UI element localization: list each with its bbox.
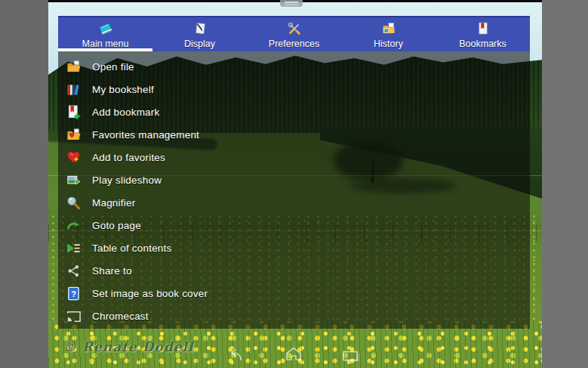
favorites-folder-icon — [65, 126, 82, 144]
recents-icon[interactable] — [341, 350, 361, 365]
statusbar-pull-handle-icon[interactable] — [280, 0, 303, 7]
menu-item-my-bookshelf[interactable]: My bookshelf — [58, 79, 530, 101]
tab-bookmarks[interactable]: Bookmarks — [436, 17, 530, 51]
toc-icon — [65, 240, 82, 257]
menu-item-label: Play slideshow — [92, 175, 162, 186]
screen: Main menu Display — [0, 0, 588, 368]
menu-item-set-image-as-book-cover[interactable]: ? Set image as book cover — [58, 282, 530, 305]
menu-item-label: Chromecast — [92, 311, 149, 322]
home-icon[interactable] — [284, 345, 303, 365]
menu-item-label: Goto page — [92, 220, 141, 231]
tab-display[interactable]: Display — [152, 17, 247, 51]
letterbox-left — [0, 0, 48, 368]
cast-icon — [65, 308, 82, 325]
menu-item-label: Open file — [92, 61, 134, 73]
book-cover-icon: ? — [65, 285, 82, 302]
main-menu-panel: Open file My bookshelf Ad — [58, 51, 530, 329]
menu-item-open-file[interactable]: Open file — [58, 56, 530, 79]
bookshelf-icon — [65, 81, 82, 98]
bookmark-icon — [474, 20, 492, 37]
heart-sparkle-icon — [65, 149, 82, 166]
slideshow-icon — [65, 172, 82, 189]
tab-main-menu[interactable]: Main menu — [58, 17, 152, 51]
menu-item-add-to-favorites[interactable]: Add to favorites — [58, 147, 530, 169]
menu-item-label: Table of contents — [92, 243, 171, 254]
menu-item-label: Add to favorites — [92, 152, 165, 163]
menu-item-label: Set image as book cover — [92, 288, 208, 299]
menu-item-label: Share to — [92, 265, 132, 277]
tab-label: Bookmarks — [459, 39, 506, 49]
tab-label: Main menu — [82, 39, 129, 49]
svg-text:?: ? — [71, 289, 76, 298]
menu-item-label: Favorites management — [92, 129, 199, 141]
back-icon[interactable] — [224, 347, 245, 365]
tab-label: History — [374, 39, 403, 49]
menu-item-goto-page[interactable]: Goto page — [58, 214, 530, 237]
menu-item-table-of-contents[interactable]: Table of contents — [58, 237, 530, 259]
tab-label: Preferences — [269, 39, 319, 49]
note-edit-icon — [191, 20, 209, 37]
letterbox-right — [542, 0, 588, 368]
tab-preferences[interactable]: Preferences — [247, 17, 341, 51]
open-folder-icon — [65, 58, 82, 76]
menu-item-play-slideshow[interactable]: Play slideshow — [58, 169, 530, 192]
magnifier-icon — [65, 194, 82, 212]
menu-item-magnifier[interactable]: Magnifier — [58, 192, 530, 215]
tools-icon — [285, 20, 303, 37]
tab-history[interactable]: History — [341, 17, 436, 51]
menu-item-label: Add bookmark — [92, 107, 159, 118]
book-icon — [97, 20, 115, 37]
menu-item-share-to[interactable]: Share to — [58, 259, 530, 282]
goto-arrow-icon — [65, 217, 82, 234]
menu-item-label: Magnifier — [92, 197, 135, 209]
menu-item-favorites-management[interactable]: Favorites management — [58, 124, 530, 147]
photo-watermark: © Renate Dodell — [63, 339, 194, 354]
menu-item-add-bookmark[interactable]: Add bookmark — [58, 101, 530, 124]
menu-item-label: My bookshelf — [92, 84, 154, 95]
tab-label: Display — [184, 39, 215, 49]
history-folder-icon — [380, 20, 398, 37]
share-icon — [65, 262, 82, 280]
menu-item-chromecast[interactable]: Chromecast — [58, 305, 530, 327]
menu-tab-bar: Main menu Display — [58, 16, 530, 51]
add-bookmark-icon — [65, 104, 82, 121]
